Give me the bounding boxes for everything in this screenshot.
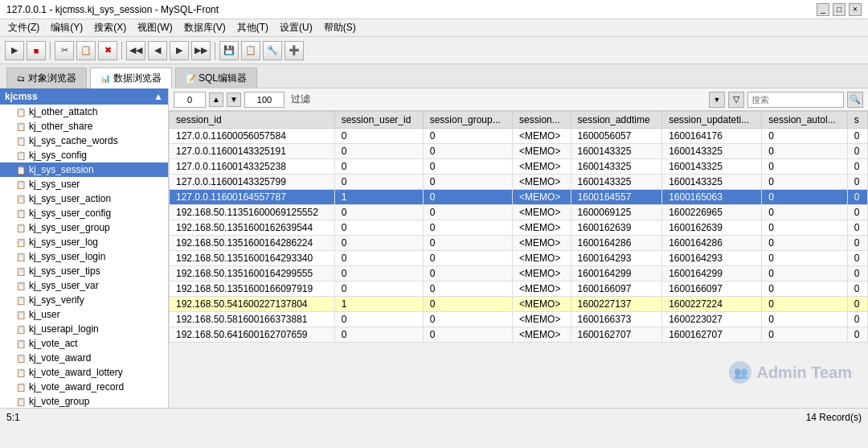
col-header-1: session_user_id (334, 112, 423, 129)
table-row[interactable]: 192.168.50.54160022713780410<MEMO>160022… (170, 297, 868, 312)
tab-object-browser[interactable]: 🗂 对象浏览器 (6, 68, 87, 88)
sidebar-item-kj_sys_cache_words[interactable]: 📋kj_sys_cache_words (0, 134, 168, 148)
search-input[interactable] (747, 92, 844, 108)
toolbar-next[interactable]: ▶ (170, 41, 189, 60)
page-number-input[interactable] (174, 92, 206, 108)
table-icon: 📋 (16, 310, 26, 319)
sidebar-item-kj_sys_user_config[interactable]: 📋kj_sys_user_config (0, 206, 168, 220)
table-row[interactable]: 127.0.0.1160014332523800<MEMO>1600143325… (170, 159, 868, 175)
sidebar-item-kj_sys_user_tips[interactable]: 📋kj_sys_user_tips (0, 264, 168, 278)
table-row[interactable]: 192.168.50.135160016609791900<MEMO>16001… (170, 282, 868, 297)
sidebar-collapse-icon[interactable]: ▲ (154, 91, 163, 102)
table-row[interactable]: 127.0.0.1160005605758400<MEMO>1600056057… (170, 129, 868, 144)
toolbar-cut[interactable]: ✂ (55, 41, 74, 60)
titlebar-controls: _ □ × (817, 3, 862, 16)
tab-data-browser[interactable]: 📊 数据浏览器 (90, 68, 172, 88)
sidebar-item-kj_userapi_login[interactable]: 📋kj_userapi_login (0, 322, 168, 336)
table-cell: 0 (423, 144, 512, 159)
page-up-btn[interactable]: ▲ (209, 92, 223, 107)
toolbar-save[interactable]: 💾 (219, 41, 239, 60)
sidebar-item-kj_other_attatch[interactable]: 📋kj_other_attatch (0, 105, 168, 119)
table-cell: <MEMO> (513, 312, 571, 327)
sidebar-item-kj_vote_award[interactable]: 📋kj_vote_award (0, 351, 168, 365)
table-cell: <MEMO> (513, 205, 571, 220)
maximize-button[interactable]: □ (833, 3, 845, 16)
sidebar-item-kj_vote_act[interactable]: 📋kj_vote_act (0, 336, 168, 351)
toolbar-delete[interactable]: ✖ (98, 41, 117, 60)
sidebar-item-kj_sys_user_login[interactable]: 📋kj_sys_user_login (0, 249, 168, 264)
toolbar-last[interactable]: ▶▶ (191, 41, 211, 60)
menu-help[interactable]: 帮助(S) (319, 19, 361, 36)
toolbar-first[interactable]: ◀◀ (126, 41, 145, 60)
toolbar-prev[interactable]: ◀ (148, 41, 167, 60)
sidebar-item-kj_vote_award_record[interactable]: 📋kj_vote_award_record (0, 380, 168, 394)
page-size-input[interactable] (244, 92, 285, 108)
table-row[interactable]: 192.168.50.58160016637388100<MEMO>160016… (170, 312, 868, 327)
toolbar-copy[interactable]: 📋 (76, 41, 96, 60)
table-cell: 0 (762, 144, 847, 159)
page-down-btn[interactable]: ▼ (227, 92, 241, 107)
minimize-button[interactable]: _ (817, 3, 829, 16)
object-browser-icon: 🗂 (17, 74, 25, 83)
table-cell: 0 (423, 312, 512, 327)
table-row[interactable]: 192.168.50.135160016428622400<MEMO>16001… (170, 236, 868, 251)
menu-file[interactable]: 文件(Z) (3, 19, 44, 36)
status-records: 14 Record(s) (806, 412, 862, 423)
sidebar-item-label: kj_sys_session (29, 164, 94, 175)
table-row[interactable]: 127.0.0.1160014332579900<MEMO>1600143325… (170, 175, 868, 190)
table-cell: 1600166097 (571, 282, 662, 297)
sidebar-item-kj_sys_user_log[interactable]: 📋kj_sys_user_log (0, 235, 168, 249)
table-cell: 192.168.50.1351600164293340 (170, 251, 335, 266)
table-cell: 0 (334, 175, 423, 190)
table-row[interactable]: 192.168.50.135160016429334000<MEMO>16001… (170, 251, 868, 266)
close-button[interactable]: × (849, 3, 862, 16)
sidebar-item-kj_sys_user_group[interactable]: 📋kj_sys_user_group (0, 220, 168, 235)
menu-view[interactable]: 视图(W) (133, 19, 177, 36)
toolbar-add[interactable]: ➕ (285, 41, 304, 60)
sidebar-item-kj_sys_config[interactable]: 📋kj_sys_config (0, 148, 168, 162)
sidebar-item-label: kj_sys_user (29, 179, 80, 190)
menu-database[interactable]: 数据库(V) (179, 19, 231, 36)
sidebar-item-kj_sys_user_var[interactable]: 📋kj_sys_user_var (0, 278, 168, 293)
sidebar-header: kjcmss ▲ (0, 88, 168, 105)
search-submit-btn[interactable]: 🔍 (847, 92, 863, 108)
toolbar-sep1 (50, 42, 51, 60)
sidebar-item-kj_vote_award_lottery[interactable]: 📋kj_vote_award_lottery (0, 365, 168, 380)
table-row[interactable]: 127.0.0.1160016455778710<MEMO>1600164557… (170, 190, 868, 205)
sidebar-item-kj_other_share[interactable]: 📋kj_other_share (0, 119, 168, 134)
toolbar-run[interactable]: ▶ (5, 41, 24, 60)
table-cell: 0 (334, 282, 423, 297)
sidebar-item-kj_sys_verify[interactable]: 📋kj_sys_verify (0, 293, 168, 307)
menu-edit[interactable]: 编辑(Y) (46, 19, 88, 36)
toolbar: ▶ ■ ✂ 📋 ✖ ◀◀ ◀ ▶ ▶▶ 💾 📋 🔧 ➕ (0, 37, 868, 64)
titlebar-title: 127.0.0.1 - kjcmss.kj_sys_session - MySQ… (6, 4, 219, 15)
table-cell: 192.168.50.1351600164299555 (170, 266, 335, 282)
table-cell: 0 (762, 312, 847, 327)
table-cell: 127.0.0.11600143325238 (170, 159, 335, 175)
table-icon: 📋 (16, 180, 26, 189)
menu-search[interactable]: 搜索(X) (89, 19, 131, 36)
sidebar-item-kj_sys_user_action[interactable]: 📋kj_sys_user_action (0, 191, 168, 206)
tab-sql-editor[interactable]: 📝 SQL编辑器 (175, 68, 257, 88)
dropdown-btn[interactable]: ▼ (709, 92, 725, 108)
filter-icon-btn[interactable]: ▽ (728, 92, 744, 108)
table-cell: <MEMO> (513, 129, 571, 144)
menu-other[interactable]: 其他(T) (232, 19, 273, 36)
table-row[interactable]: 192.168.50.135160016263954400<MEMO>16001… (170, 220, 868, 236)
toolbar-stop[interactable]: ■ (27, 41, 46, 60)
table-row[interactable]: 192.168.50.64160016270765900<MEMO>160016… (170, 327, 868, 343)
toolbar-paste[interactable]: 📋 (241, 41, 260, 60)
sidebar-item-kj_user[interactable]: 📋kj_user (0, 307, 168, 322)
table-cell: 0 (334, 129, 423, 144)
table-row[interactable]: 192.168.50.1135160006912555200<MEMO>1600… (170, 205, 868, 220)
table-icon: 📋 (16, 253, 26, 261)
menu-settings[interactable]: 设置(U) (275, 19, 317, 36)
sidebar-item-kj_sys_user[interactable]: 📋kj_sys_user (0, 177, 168, 191)
table-cell: 0 (847, 236, 867, 251)
table-cell: 1600164286 (662, 236, 762, 251)
table-row[interactable]: 192.168.50.135160016429955500<MEMO>16001… (170, 266, 868, 282)
table-row[interactable]: 127.0.0.1160014332519100<MEMO>1600143325… (170, 144, 868, 159)
sidebar-item-kj_sys_session[interactable]: 📋kj_sys_session (0, 162, 168, 177)
sidebar-item-kj_vote_group[interactable]: 📋kj_vote_group (0, 394, 168, 408)
toolbar-settings[interactable]: 🔧 (263, 41, 282, 60)
